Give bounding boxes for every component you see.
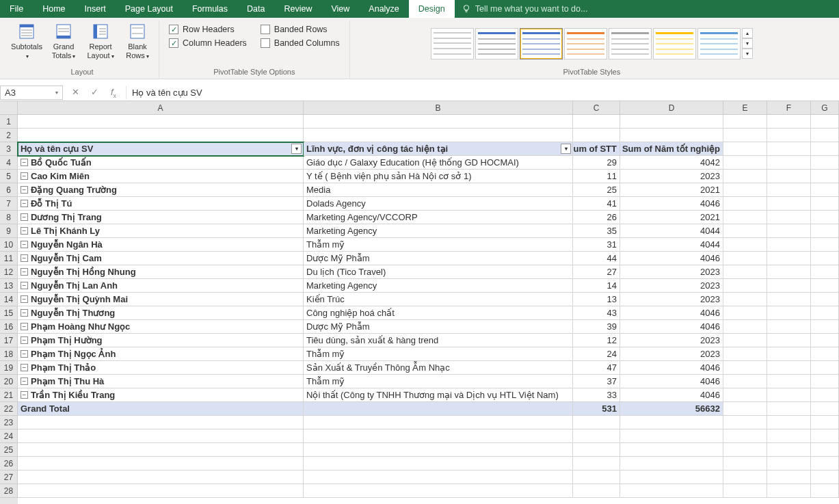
pivot-cell[interactable]: 35: [573, 224, 620, 238]
pivot-cell[interactable]: 33: [573, 388, 620, 402]
column-headers-checkbox[interactable]: Column Headers: [169, 38, 247, 48]
cell[interactable]: [723, 402, 767, 416]
cell[interactable]: [767, 129, 811, 142]
pivot-cell[interactable]: 2021: [620, 183, 723, 197]
pivot-cell[interactable]: 4046: [620, 320, 723, 334]
formula-input[interactable]: Họ và tên cựu SV: [126, 86, 839, 99]
cell[interactable]: [811, 224, 839, 238]
cell[interactable]: [18, 457, 304, 470]
cell[interactable]: [811, 457, 839, 470]
grand-totals-button[interactable]: Grand Totals▾: [46, 21, 81, 62]
cell[interactable]: [811, 306, 839, 320]
cell[interactable]: [811, 416, 839, 429]
cell[interactable]: [811, 320, 839, 334]
pivot-cell[interactable]: Dolads Agency: [304, 197, 573, 211]
cell[interactable]: [304, 416, 573, 429]
cell[interactable]: [767, 238, 811, 252]
cell[interactable]: [767, 142, 811, 156]
cell[interactable]: [620, 484, 723, 498]
collapse-icon[interactable]: −: [21, 213, 28, 221]
cell[interactable]: [811, 388, 839, 402]
collapse-icon[interactable]: −: [21, 172, 28, 180]
cell[interactable]: [811, 334, 839, 347]
pivot-header-value[interactable]: Sum of STT: [573, 142, 620, 156]
row-header[interactable]: 22: [0, 402, 18, 416]
pivot-cell[interactable]: 43: [573, 306, 620, 320]
cell[interactable]: [723, 361, 767, 375]
pivot-cell[interactable]: Thẫm mỹ: [304, 375, 573, 388]
pivot-cell[interactable]: 4046: [620, 197, 723, 211]
row-header[interactable]: 17: [0, 334, 18, 347]
tab-view[interactable]: View: [321, 0, 359, 18]
filter-button[interactable]: ▾: [291, 144, 302, 154]
collapse-icon[interactable]: −: [21, 200, 28, 207]
enter-formula-button[interactable]: ✓: [88, 87, 101, 99]
row-header[interactable]: 24: [0, 429, 18, 443]
select-all-corner[interactable]: [0, 101, 18, 115]
tab-home[interactable]: Home: [33, 0, 75, 18]
cell[interactable]: [304, 484, 573, 498]
pivot-cell[interactable]: 2023: [620, 334, 723, 347]
cell[interactable]: [811, 211, 839, 224]
cell[interactable]: [811, 429, 839, 443]
cell[interactable]: [304, 470, 573, 484]
row-header[interactable]: 8: [0, 211, 18, 224]
row-header[interactable]: 9: [0, 224, 18, 238]
pivot-cell[interactable]: 4044: [620, 238, 723, 252]
cell[interactable]: [304, 402, 573, 416]
row-header[interactable]: 25: [0, 443, 18, 457]
tab-analyze[interactable]: Analyze: [359, 0, 408, 18]
cell[interactable]: [723, 416, 767, 429]
row-header[interactable]: 15: [0, 306, 18, 320]
cell[interactable]: [767, 265, 811, 279]
grand-total-value[interactable]: 56632: [620, 402, 723, 416]
row-header[interactable]: 14: [0, 293, 18, 306]
style-thumb[interactable]: [475, 28, 518, 59]
pivot-cell[interactable]: 4046: [620, 388, 723, 402]
cell[interactable]: [573, 115, 620, 129]
cell[interactable]: [811, 402, 839, 416]
pivot-header-row-labels[interactable]: Họ và tên cựu SV▾: [18, 142, 304, 156]
style-thumb[interactable]: [431, 28, 474, 59]
col-header-c[interactable]: C: [573, 101, 620, 115]
pivot-cell[interactable]: 2023: [620, 265, 723, 279]
cell[interactable]: [723, 129, 767, 142]
pivot-cell[interactable]: Thẫm mỹ: [304, 347, 573, 361]
cell[interactable]: [573, 457, 620, 470]
row-header[interactable]: 19: [0, 361, 18, 375]
collapse-icon[interactable]: −: [21, 309, 28, 317]
pivot-cell[interactable]: 11: [573, 170, 620, 183]
row-header[interactable]: 5: [0, 170, 18, 183]
cell[interactable]: [620, 470, 723, 484]
pivot-cell[interactable]: Nội thất (Công ty TNHH Thương mại và Dịc…: [304, 388, 573, 402]
cell[interactable]: [767, 347, 811, 361]
pivot-cell[interactable]: 2021: [620, 211, 723, 224]
cell[interactable]: [723, 306, 767, 320]
cell[interactable]: [620, 443, 723, 457]
col-header-g[interactable]: G: [811, 101, 839, 115]
cell[interactable]: [811, 156, 839, 170]
cell[interactable]: [723, 293, 767, 306]
pivot-cell[interactable]: 29: [573, 156, 620, 170]
tab-insert[interactable]: Insert: [75, 0, 116, 18]
row-header[interactable]: 3: [0, 142, 18, 156]
cell[interactable]: [723, 279, 767, 293]
pivot-cell[interactable]: 2023: [620, 170, 723, 183]
pivot-cell[interactable]: 12: [573, 334, 620, 347]
row-header[interactable]: 12: [0, 265, 18, 279]
collapse-icon[interactable]: −: [21, 295, 28, 303]
row-header[interactable]: 16: [0, 320, 18, 334]
pivot-cell[interactable]: 13: [573, 293, 620, 306]
style-thumb[interactable]: [564, 28, 607, 59]
style-thumb[interactable]: [520, 28, 563, 59]
pivot-row-item[interactable]: −Nguyễn Thị Cam: [18, 252, 304, 265]
pivot-cell[interactable]: Media: [304, 183, 573, 197]
cell[interactable]: [304, 115, 573, 129]
cancel-formula-button[interactable]: ✕: [68, 87, 82, 99]
tell-me-search[interactable]: Tell me what you want to do...: [455, 0, 595, 18]
collapse-icon[interactable]: −: [21, 377, 28, 385]
row-header[interactable]: 11: [0, 252, 18, 265]
row-header[interactable]: 26: [0, 457, 18, 470]
pivot-row-item[interactable]: −Phạm Thị Thu Hà: [18, 375, 304, 388]
row-header[interactable]: 10: [0, 238, 18, 252]
